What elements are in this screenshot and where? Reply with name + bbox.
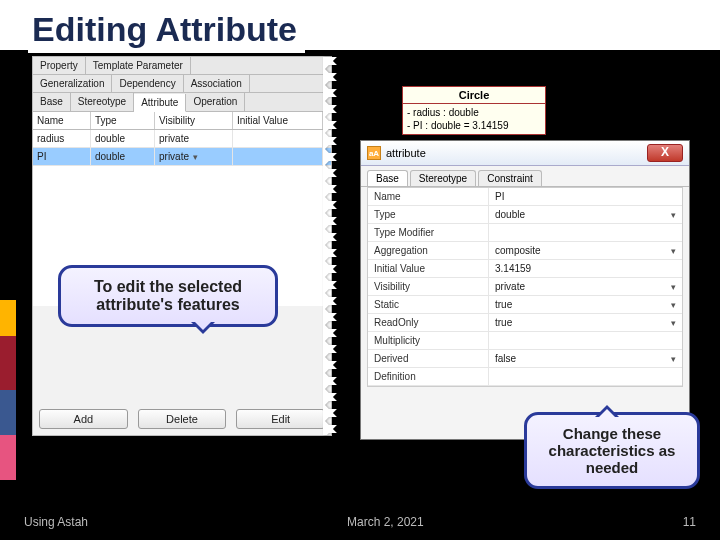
chevron-down-icon[interactable]: ▾ (671, 318, 676, 328)
prop-label: Type Modifier (368, 224, 488, 241)
cell-visibility: private▾ (155, 148, 233, 165)
attribute-icon: aA (367, 146, 381, 160)
cell-initial (233, 148, 323, 165)
accent-sidebar (0, 300, 16, 480)
attribute-table-header: Name Type Visibility Initial Value (33, 112, 331, 130)
prop-label: ReadOnly (368, 314, 488, 331)
footer-left: Using Astah (24, 515, 88, 529)
visibility-field[interactable]: private▾ (488, 278, 682, 295)
readonly-field[interactable]: true▾ (488, 314, 682, 331)
tab-dependency[interactable]: Dependency (112, 75, 183, 92)
col-type-header: Type (91, 112, 155, 129)
dialog-tab-constraint[interactable]: Constraint (478, 170, 542, 186)
chevron-down-icon[interactable]: ▾ (671, 354, 676, 364)
dialog-tab-stereotype[interactable]: Stereotype (410, 170, 476, 186)
tab-attribute[interactable]: Attribute (134, 94, 186, 112)
prop-label: Derived (368, 350, 488, 367)
attribute-dialog: aA attribute X Base Stereotype Constrain… (360, 140, 690, 440)
chevron-down-icon[interactable]: ▾ (671, 210, 676, 220)
prop-label: Visibility (368, 278, 488, 295)
aggregation-field[interactable]: composite▾ (488, 242, 682, 259)
prop-label: Aggregation (368, 242, 488, 259)
prop-label: Static (368, 296, 488, 313)
callout-change-characteristics: Change these characteristics as needed (524, 412, 700, 489)
uml-class-box: Circle - radius : double - PI : double =… (402, 86, 546, 135)
attribute-tab-panel: Property Template Parameter Generalizati… (32, 56, 332, 436)
chevron-down-icon[interactable]: ▾ (671, 300, 676, 310)
property-grid: NamePI Typedouble▾ Type Modifier Aggrega… (367, 187, 683, 387)
derived-field[interactable]: false▾ (488, 350, 682, 367)
tab-stereotype[interactable]: Stereotype (71, 93, 134, 111)
prop-label: Multiplicity (368, 332, 488, 349)
chevron-down-icon[interactable]: ▾ (671, 246, 676, 256)
tab-template-parameter[interactable]: Template Parameter (86, 57, 191, 74)
cell-type: double (91, 148, 155, 165)
dialog-tab-base[interactable]: Base (367, 170, 408, 186)
chevron-down-icon[interactable]: ▾ (671, 282, 676, 292)
tab-property[interactable]: Property (33, 57, 86, 74)
static-field[interactable]: true▾ (488, 296, 682, 313)
chevron-down-icon[interactable]: ▾ (193, 152, 198, 162)
prop-label: Type (368, 206, 488, 223)
col-name-header: Name (33, 112, 91, 129)
close-icon[interactable]: X (647, 144, 683, 162)
cell-name: PI (33, 148, 91, 165)
name-field[interactable]: PI (488, 188, 682, 205)
page-title: Editing Attribute (28, 8, 305, 53)
cell-type: double (91, 130, 155, 147)
tab-base[interactable]: Base (33, 93, 71, 111)
col-initial-value-header: Initial Value (233, 112, 323, 129)
uml-class-name: Circle (403, 87, 545, 104)
multiplicity-field[interactable] (488, 332, 682, 349)
footer-date: March 2, 2021 (347, 515, 424, 529)
uml-attribute: - PI : double = 3.14159 (407, 119, 541, 132)
type-modifier-field[interactable] (488, 224, 682, 241)
uml-attribute: - radius : double (407, 106, 541, 119)
slide-footer: Using Astah March 2, 2021 11 (0, 504, 720, 540)
callout-edit-features: To edit the selected attribute's feature… (58, 265, 278, 327)
edit-button[interactable]: Edit (236, 409, 325, 429)
delete-button[interactable]: Delete (138, 409, 227, 429)
add-button[interactable]: Add (39, 409, 128, 429)
prop-label: Name (368, 188, 488, 205)
cell-initial (233, 130, 323, 147)
tab-generalization[interactable]: Generalization (33, 75, 112, 92)
initial-value-field[interactable]: 3.14159 (488, 260, 682, 277)
table-row[interactable]: PI double private▾ (33, 148, 331, 166)
tab-operation[interactable]: Operation (186, 93, 245, 111)
cell-visibility: private (155, 130, 233, 147)
cell-name: radius (33, 130, 91, 147)
footer-page: 11 (683, 515, 696, 529)
col-visibility-header: Visibility (155, 112, 233, 129)
dialog-title: attribute (386, 147, 426, 159)
prop-label: Definition (368, 368, 488, 385)
table-row[interactable]: radius double private (33, 130, 331, 148)
tab-association[interactable]: Association (184, 75, 250, 92)
prop-label: Initial Value (368, 260, 488, 277)
type-field[interactable]: double▾ (488, 206, 682, 223)
definition-field[interactable] (488, 368, 682, 385)
